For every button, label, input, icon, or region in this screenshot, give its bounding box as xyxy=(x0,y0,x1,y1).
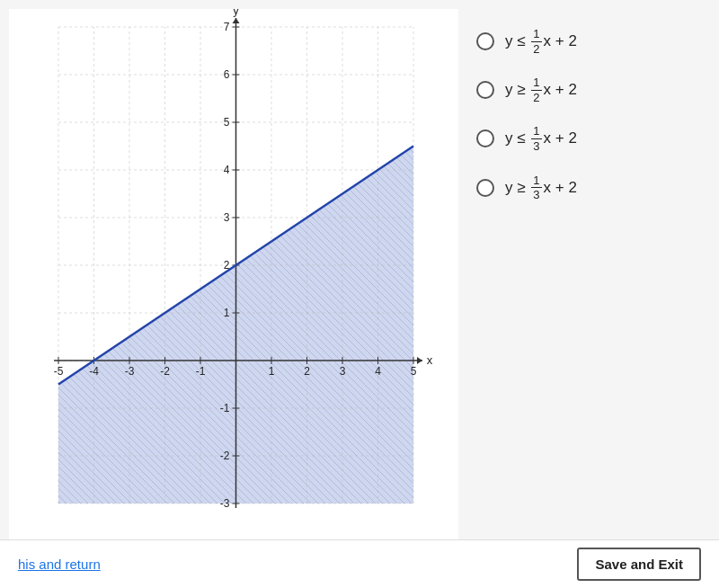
save-exit-button[interactable]: Save and Exit xyxy=(577,548,701,581)
option-2[interactable]: y ≥ 12x + 2 xyxy=(476,76,710,104)
main-container: y ≤ 12x + 2 y ≥ 12x + 2 y ≤ 13x + 2 y ≥ … xyxy=(0,0,719,588)
option-3[interactable]: y ≤ 13x + 2 xyxy=(476,124,710,153)
option-1[interactable]: y ≤ 12x + 2 xyxy=(476,27,710,56)
option-4-label: y ≥ 13x + 2 xyxy=(505,174,577,202)
options-area: y ≤ 12x + 2 y ≥ 12x + 2 y ≤ 13x + 2 y ≥ … xyxy=(458,9,719,588)
option-4[interactable]: y ≥ 13x + 2 xyxy=(476,174,710,202)
skip-link[interactable]: his and return xyxy=(18,557,101,572)
option-2-label: y ≥ 12x + 2 xyxy=(505,76,577,104)
radio-2[interactable] xyxy=(476,81,494,99)
bottom-bar: his and return Save and Exit xyxy=(0,539,719,588)
option-3-label: y ≤ 13x + 2 xyxy=(505,124,577,153)
radio-4[interactable] xyxy=(476,179,494,197)
graph-area xyxy=(9,9,458,548)
radio-3[interactable] xyxy=(476,129,494,147)
option-1-label: y ≤ 12x + 2 xyxy=(505,27,577,56)
radio-1[interactable] xyxy=(476,32,494,50)
